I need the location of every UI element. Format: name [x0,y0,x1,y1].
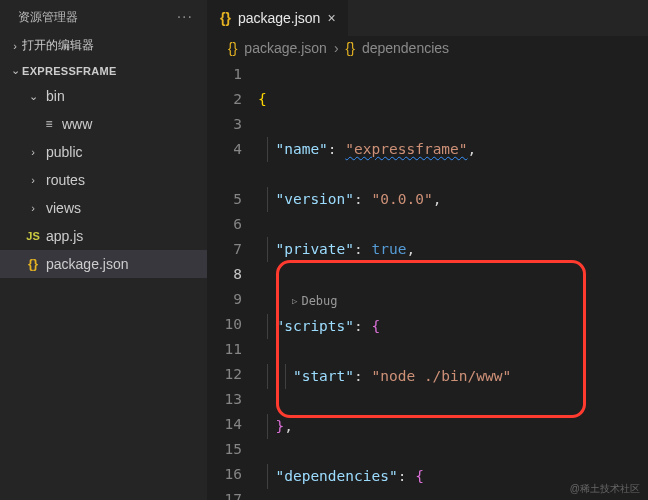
folder-label: public [46,141,83,163]
file-label: www [62,113,92,135]
debug-codelens[interactable]: ▷Debug [258,289,338,314]
file-app-js[interactable]: JS app.js [0,222,207,250]
line-gutter: 1234 567891011121314151617 [208,62,258,500]
edge-fade [620,62,648,500]
explorer-header: 资源管理器 ··· [0,0,207,32]
open-editors-section[interactable]: › 打开的编辑器 [0,32,207,59]
project-section[interactable]: ⌄ EXPRESSFRAME [0,59,207,82]
folder-views[interactable]: › views [0,194,207,222]
file-label: app.js [46,225,83,247]
folder-public[interactable]: › public [0,138,207,166]
explorer-title: 资源管理器 [18,9,78,26]
file-label: package.json [46,253,129,275]
folder-routes[interactable]: › routes [0,166,207,194]
watermark: @稀土技术社区 [570,482,640,496]
json-file-icon: {} [220,10,231,26]
file-tree: ⌄ bin ≡ www › public › routes › views JS… [0,82,207,278]
play-icon: ▷ [292,289,297,314]
explorer-more-icon[interactable]: ··· [177,8,193,26]
chevron-right-icon: › [24,144,42,160]
folder-label: routes [46,169,85,191]
file-www[interactable]: ≡ www [0,110,207,138]
json-file-icon: {} [228,40,237,56]
chevron-right-icon: › [24,172,42,188]
breadcrumb[interactable]: {} package.json › {} dependencies [208,36,648,62]
open-editors-label: 打开的编辑器 [22,37,94,54]
tab-title: package.json [238,10,321,26]
breadcrumb-node: dependencies [362,40,449,56]
tab-package-json[interactable]: {} package.json × [208,0,349,36]
editor-pane: {} package.json × {} package.json › {} d… [208,0,648,500]
folder-label: bin [46,85,65,107]
file-package-json[interactable]: {} package.json [0,250,207,278]
js-file-icon: JS [24,228,42,244]
json-name-value: "expressframe" [345,141,467,157]
close-icon[interactable]: × [327,10,335,26]
file-icon: ≡ [40,116,58,132]
chevron-right-icon: › [24,200,42,216]
code-editor[interactable]: 1234 567891011121314151617 { "name": "ex… [208,62,648,500]
tab-bar: {} package.json × [208,0,648,36]
chevron-down-icon: ⌄ [24,88,42,104]
explorer-sidebar: 资源管理器 ··· › 打开的编辑器 ⌄ EXPRESSFRAME ⌄ bin … [0,0,208,500]
breadcrumb-sep-icon: › [334,40,339,56]
json-node-icon: {} [346,40,355,56]
chevron-down-icon: ⌄ [8,64,22,77]
folder-bin[interactable]: ⌄ bin [0,82,207,110]
code-content[interactable]: { "name": "expressframe", "version": "0.… [258,62,648,500]
json-version-value: "0.0.0" [372,191,433,207]
json-file-icon: {} [24,256,42,272]
annotation-highlight-box [276,260,586,418]
project-name: EXPRESSFRAME [22,65,117,77]
chevron-right-icon: › [8,40,22,52]
breadcrumb-file: package.json [244,40,327,56]
folder-label: views [46,197,81,219]
